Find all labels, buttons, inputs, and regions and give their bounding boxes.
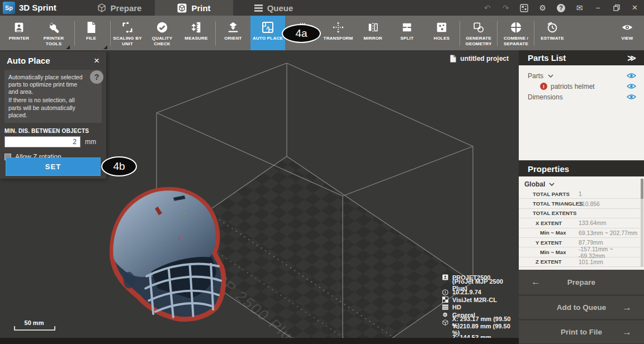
mirror-icon [356, 20, 390, 35]
callout-step-4b: 4b [101, 156, 137, 176]
prepare-button[interactable]: ← Prepare [519, 270, 644, 294]
wrench-icon [36, 20, 71, 35]
property-row: Z EXTENT101.1mm [519, 257, 641, 267]
title-bar: Sp 3D Sprint Prepare Print Queue ↶ ↷ ⚙ [0, 0, 644, 16]
printer-tools-button[interactable]: PRINTER TOOLS [36, 16, 71, 50]
tab-prepare[interactable]: Prepare [84, 0, 155, 16]
axis-y-marker: Y [183, 210, 187, 216]
stopwatch-icon [535, 20, 570, 35]
main-toolbar: PRINTER PRINTER TOOLS FILE SCALING BY UN… [0, 16, 644, 50]
printer-button[interactable]: PRINTER [2, 16, 36, 50]
file-icon [74, 20, 108, 35]
min-distance-label: MIN. DIS. BETWEEN OBJECTS [4, 128, 102, 134]
view-button[interactable]: VIEW [610, 16, 644, 50]
property-row: Min ~ Max-157.11mm ~ -69.32mm [519, 247, 641, 257]
extents-cube-icon [442, 319, 449, 326]
check-circle-icon [145, 20, 179, 35]
property-row: TOTAL PARTS1 [519, 189, 641, 199]
measure-button[interactable]: MEASURE [179, 16, 214, 50]
part-patriots-helmet[interactable]: Y x [102, 183, 226, 323]
transform-button[interactable]: TRANSFORM [321, 16, 356, 50]
restore-icon[interactable] [607, 0, 626, 16]
tab-prepare-label: Prepare [111, 3, 142, 13]
profile-gear-icon: ⚙ [442, 312, 449, 318]
part-row-patriots-helmet[interactable]: ! patriots helmet [519, 81, 644, 92]
global-scope-row[interactable]: Global [519, 179, 644, 189]
flyout-corner [66, 45, 70, 49]
undo-icon[interactable]: ↶ [478, 0, 496, 16]
properties-header: Properties [519, 161, 644, 176]
scaling-by-unit-button[interactable]: SCALING BY UNIT [110, 16, 145, 50]
warning-icon: ! [540, 83, 547, 90]
project-name-label: untitled project [450, 55, 509, 63]
panel-help-icon[interactable]: ? [90, 70, 103, 84]
split-button[interactable]: SPLIT [390, 16, 424, 50]
holes-button[interactable]: HOLES [424, 16, 459, 50]
auto-place-panel: Auto Place × Automatically place selecte… [0, 51, 106, 179]
layout-icon[interactable] [515, 0, 533, 16]
orient-button[interactable]: ORIENT [216, 16, 250, 50]
add-to-queue-button[interactable]: Add to Queue → [519, 294, 644, 319]
scale-bar: 50 mm [14, 319, 59, 331]
dimensions-row[interactable]: Dimensions [519, 92, 644, 102]
quality-check-button[interactable]: QUALITY CHECK [145, 16, 179, 50]
generate-geometry-icon [460, 20, 497, 35]
auto-place-button[interactable]: A AUTO PLACE [250, 16, 285, 50]
parts-group-row[interactable]: Parts [519, 70, 644, 81]
set-button[interactable]: SET [6, 157, 101, 176]
arrow-right-icon: → [622, 302, 632, 313]
3d-sprint-window: Sp 3D Sprint Prepare Print Queue ↶ ↷ ⚙ [0, 0, 644, 344]
toolbar-divider [534, 21, 534, 46]
property-row: X EXTENT133.64mm [519, 218, 641, 228]
scale-bracket [14, 326, 55, 331]
generate-geometry-button[interactable]: GENERATE GEOMETRY [460, 16, 497, 50]
arrow-right-icon: → [622, 327, 632, 338]
help-icon[interactable]: ? [552, 0, 570, 16]
scrollbar-thumb[interactable] [641, 179, 643, 199]
redo-icon[interactable]: ↷ [496, 0, 515, 16]
printer-info-block: PROJET2500 (ProJet MJP 2500 Plus) 10.21.… [442, 274, 519, 341]
action-buttons: ← Prepare Add to Queue → Print to File → [519, 270, 644, 344]
tab-print-label: Print [191, 3, 210, 13]
app-logo: Sp [3, 2, 15, 14]
properties-scrollbar[interactable] [641, 179, 643, 267]
chevron-down-icon[interactable] [549, 183, 555, 186]
ruler-icon [179, 20, 214, 35]
callout-step-4a: 4a [282, 24, 321, 43]
estimate-button[interactable]: ESTIMATE [535, 16, 570, 50]
visibility-eye-icon[interactable] [627, 94, 636, 100]
axis-x-marker: x [179, 235, 182, 241]
print-cube-icon [177, 3, 187, 13]
split-icon [390, 20, 424, 35]
parts-list-body: Parts ! patriots helmet Dimensions [519, 65, 644, 160]
visibility-eye-icon[interactable] [627, 73, 636, 79]
material-icon [442, 297, 449, 303]
file-button[interactable]: FILE [74, 16, 108, 50]
printer-badge-icon [442, 274, 449, 280]
print-to-file-button[interactable]: Print to File → [519, 319, 644, 343]
visibility-eye-icon[interactable] [627, 83, 636, 89]
printer-icon [2, 20, 36, 35]
mail-icon[interactable]: ✉ [570, 0, 589, 16]
property-row: TOTAL EXTENTS [519, 209, 641, 218]
minimize-icon[interactable]: − [589, 0, 607, 16]
combine-separate-button[interactable]: COMBINE / SEPARATE [498, 16, 534, 50]
parts-list-header: Parts List ≫ [519, 50, 644, 65]
mirror-button[interactable]: MIRROR [356, 16, 390, 50]
eye-icon [610, 20, 644, 35]
prepare-cube-icon [97, 3, 106, 12]
orient-icon [216, 20, 250, 35]
tab-print[interactable]: Print [155, 0, 233, 16]
close-icon[interactable]: × [626, 0, 644, 16]
min-distance-input[interactable] [4, 136, 80, 147]
tab-queue[interactable]: Queue [233, 0, 314, 16]
tab-queue-label: Queue [267, 3, 293, 13]
arrow-left-icon: ← [531, 276, 541, 288]
panel-close-icon[interactable]: × [94, 57, 100, 65]
auto-place-description: Automatically place selected parts to op… [4, 70, 102, 123]
right-panel: Parts List ≫ Parts ! patriots helmet [519, 50, 644, 344]
settings-gear-icon[interactable]: ⚙ [533, 0, 552, 16]
collapse-panel-icon[interactable]: ≫ [627, 53, 636, 63]
chevron-down-icon[interactable] [548, 74, 553, 78]
combine-separate-icon [498, 20, 534, 35]
